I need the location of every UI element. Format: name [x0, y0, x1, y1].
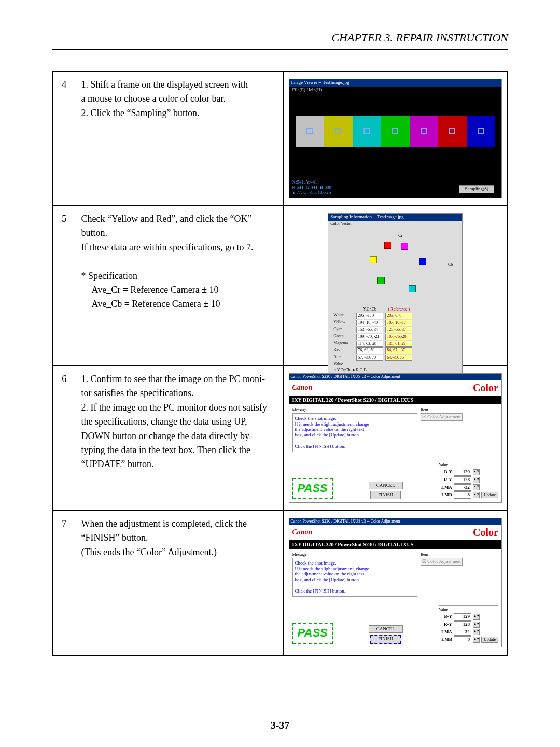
color-values-list: Y,Cr,Cb( Reference ) White205, -1, 0203,… — [328, 305, 462, 375]
window-title: Canon PowerShot S230 / DIGITAL IXUS v3 -… — [289, 518, 502, 525]
message-box: Check the shot image. If it needs the sl… — [292, 413, 418, 452]
sample-frame[interactable] — [449, 128, 455, 134]
spinner[interactable]: ▲▼ — [473, 492, 480, 498]
step-number: 6 — [52, 366, 76, 511]
colorbar-magenta[interactable] — [410, 116, 438, 147]
pass-indicator: PASS — [292, 623, 333, 644]
canon-logo: Canon — [292, 383, 313, 392]
lma-input[interactable]: -32 — [454, 629, 471, 636]
sample-frame[interactable] — [421, 128, 427, 134]
step-text: 1. Confirm to see that the image on the … — [76, 366, 283, 511]
ry-input[interactable]: 128 — [454, 476, 471, 484]
update-button[interactable]: Update — [481, 637, 498, 643]
colorbar-cyan[interactable] — [353, 116, 381, 147]
update-button[interactable]: Update — [481, 492, 498, 498]
sample-frame[interactable] — [392, 128, 398, 134]
step-screenshot: Sampling Information -- TestImage.jpg Co… — [283, 206, 508, 366]
colorbar-white[interactable] — [296, 116, 324, 147]
vector-cyan — [409, 285, 416, 292]
vector-blue — [419, 258, 426, 265]
model-subtitle: IXY DIGITAL 320 / PowerShot S230 / DIGIT… — [289, 396, 502, 404]
sample-frame[interactable] — [363, 128, 370, 134]
by-input[interactable]: 129 — [454, 613, 471, 621]
instruction-table: 4 1. Shift a frame on the displayed scre… — [52, 71, 508, 656]
color-heading: Color — [473, 526, 498, 539]
divider — [52, 49, 508, 50]
sample-frame[interactable] — [306, 128, 313, 134]
color-adjustment-window: Canon PowerShot S230 / DIGITAL IXUS v3 -… — [289, 518, 502, 647]
sample-frame[interactable] — [478, 128, 484, 134]
spinner[interactable]: ▲▼ — [473, 469, 480, 475]
sample-frame[interactable] — [335, 128, 341, 134]
pass-indicator: PASS — [292, 478, 333, 499]
sampling-info-window: Sampling Information -- TestImage.jpg Co… — [289, 213, 502, 358]
spinner[interactable]: ▲▼ — [473, 484, 480, 490]
vector-magenta — [401, 243, 408, 250]
sampling-button[interactable]: Sampling(S) — [459, 185, 494, 193]
color-adjustment-window: Canon PowerShot S230 / DIGITAL IXUS v3 -… — [289, 373, 502, 503]
message-box: Check the shot image. If it needs the sl… — [292, 558, 418, 597]
canon-logo: Canon — [292, 528, 313, 537]
chapter-title: CHAPTER 3. REPAIR INSTRUCTION — [52, 31, 508, 45]
step-text: 1. Shift a frame on the displayed screen… — [76, 71, 283, 206]
step-text: Check “Yellow and Red”, and click the “O… — [76, 206, 283, 366]
cancel-button[interactable]: CANCEL — [369, 625, 403, 633]
model-subtitle: IXY DIGITAL 320 / PowerShot S230 / DIGIT… — [289, 540, 502, 549]
colorbar-green[interactable] — [381, 116, 410, 147]
lmb-input[interactable]: 8 — [454, 491, 471, 499]
step-screenshot: Image Viewer -- TestImage.jpg File(E) He… — [283, 71, 508, 206]
page-number: 3-37 — [0, 720, 560, 731]
colorbar-red[interactable] — [438, 116, 467, 147]
spinner[interactable]: ▲▼ — [473, 622, 480, 628]
color-vector-plot: Cr Cb — [328, 227, 462, 305]
cancel-button[interactable]: CANCEL — [369, 482, 403, 490]
spinner[interactable]: ▲▼ — [473, 637, 480, 643]
item-checkbox[interactable]: ☑ Color Adjustment — [421, 558, 463, 566]
color-bar — [296, 116, 496, 147]
by-input[interactable]: 129 — [454, 469, 471, 476]
step-text: When the adjustment is completed, click … — [76, 511, 283, 656]
spinner[interactable]: ▲▼ — [473, 477, 480, 483]
spinner[interactable]: ▲▼ — [473, 614, 480, 620]
vector-red — [384, 242, 391, 249]
color-heading: Color — [473, 381, 498, 394]
window-title: Canon PowerShot S230 / DIGITAL IXUS v3 -… — [289, 374, 502, 380]
finish-button[interactable]: FINISH — [370, 491, 401, 499]
colorbar-yellow[interactable] — [324, 116, 353, 147]
lma-input[interactable]: -32 — [454, 484, 471, 491]
step-number: 4 — [52, 71, 76, 206]
spinner[interactable]: ▲▼ — [473, 629, 480, 635]
colorbar-blue[interactable] — [467, 116, 495, 147]
step-number: 5 — [52, 206, 76, 366]
step-screenshot: Canon PowerShot S230 / DIGITAL IXUS v3 -… — [283, 511, 508, 656]
lmb-input[interactable]: 8 — [454, 636, 471, 643]
vector-yellow — [370, 256, 377, 263]
step-number: 7 — [52, 511, 76, 656]
vector-green — [377, 277, 385, 284]
item-checkbox[interactable]: ☑ Color Adjustment — [421, 413, 463, 421]
step-screenshot: Canon PowerShot S230 / DIGITAL IXUS v3 -… — [283, 366, 508, 511]
window-title: Sampling Information -- TestImage.jpg — [328, 214, 462, 221]
subtitle: Color Vector — [328, 221, 462, 227]
ry-input[interactable]: 128 — [454, 621, 471, 628]
value-panel: Value B-Y129▲▼ R-Y128▲▼ LMA-32▲▼ LMB8▲▼U… — [439, 605, 498, 644]
value-panel: Value B-Y129▲▼ R-Y128▲▼ LMA-32▲▼ LMB8▲▼U… — [439, 461, 498, 499]
coordinate-info: X:541, Y:441] R:541, G:441, B:808 Y:77, … — [292, 180, 332, 195]
menu-bar[interactable]: File(E) Help(H) — [289, 87, 502, 94]
finish-button[interactable]: FINISH — [370, 635, 401, 644]
image-viewer-window: Image Viewer -- TestImage.jpg File(E) He… — [289, 79, 502, 198]
window-title: Image Viewer -- TestImage.jpg — [289, 79, 502, 87]
